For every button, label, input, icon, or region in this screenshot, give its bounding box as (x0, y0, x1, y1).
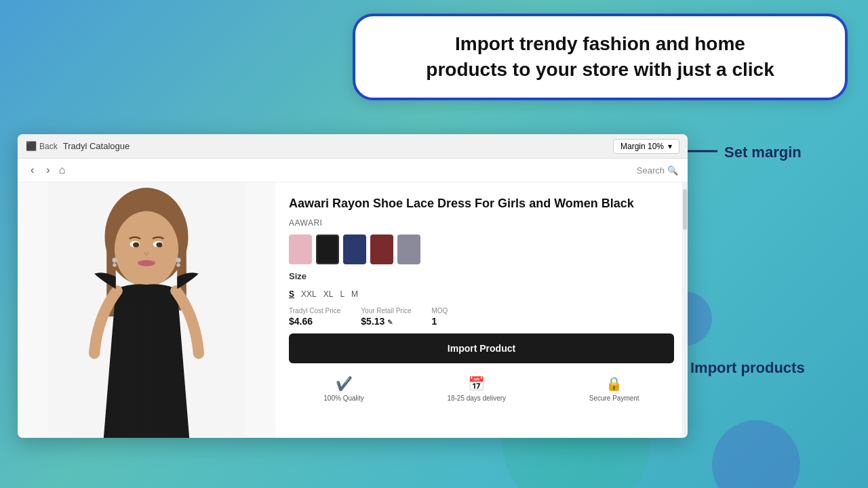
svg-point-15 (176, 258, 180, 262)
size-options: SXXLXLLM (289, 288, 674, 300)
scrollbar[interactable] (682, 182, 688, 438)
tradyl-cost-label: Tradyl Cost Price (289, 307, 340, 314)
back-button[interactable]: ⬛ Back (26, 141, 58, 151)
search-bar: Search 🔍 (71, 165, 678, 176)
svg-point-7 (115, 211, 178, 287)
set-margin-label: Set margin (724, 144, 802, 161)
back-icon: ⬛ (26, 141, 37, 151)
quality-badge: ✔️ 100% Quality (323, 375, 363, 402)
color-swatch-black[interactable] (316, 235, 339, 264)
payment-label: Secure Payment (589, 394, 639, 402)
search-icon[interactable]: 🔍 (667, 165, 678, 176)
product-title: Aawari Rayon Shoe Lace Dress For Girls a… (289, 196, 674, 211)
tradyl-cost-block: Tradyl Cost Price $4.66 (289, 307, 340, 327)
set-margin-annotation: Set margin (678, 144, 854, 161)
edit-price-icon[interactable]: ✎ (387, 319, 393, 326)
svg-point-12 (138, 260, 155, 266)
swatch-image-pink (289, 235, 312, 264)
product-image-section (18, 182, 275, 438)
speech-bubble-text: Import trendy fashion and home products … (380, 31, 821, 83)
swatch-image-grey (397, 235, 420, 264)
color-swatch-maroon[interactable] (370, 235, 393, 264)
svg-point-14 (113, 263, 116, 266)
home-button[interactable]: ⌂ (59, 164, 66, 176)
color-swatch-pink[interactable] (289, 235, 312, 264)
product-area: Aawari Rayon Shoe Lace Dress For Girls a… (18, 182, 688, 438)
quality-label: 100% Quality (323, 394, 363, 402)
tab-label: Tradyl Catalogue (63, 141, 613, 151)
moq-value: 1 (431, 316, 448, 327)
import-product-button[interactable]: Import Product (289, 333, 674, 363)
payment-badge: 🔒 Secure Payment (589, 375, 639, 402)
swatch-image-maroon (370, 235, 393, 264)
nav-back-button[interactable]: ‹ (27, 163, 37, 178)
retail-price-block: Your Retail Price $5.13 ✎ (361, 307, 411, 327)
speech-bubble: Import trendy fashion and home products … (353, 14, 848, 100)
size-option-xxl[interactable]: XXL (301, 288, 317, 300)
size-option-l[interactable]: L (340, 288, 344, 300)
import-products-label: Import products (690, 359, 805, 377)
margin-dropdown-icon: ▾ (668, 142, 672, 151)
search-placeholder: Search (637, 165, 665, 176)
color-swatch-navy[interactable] (343, 235, 366, 264)
svg-point-11 (156, 242, 162, 247)
inner-nav: ‹ › ⌂ Search 🔍 (18, 159, 688, 182)
delivery-badge: 📅 18-25 days delivery (447, 375, 506, 402)
browser-chrome: ⬛ Back Tradyl Catalogue Margin 10% ▾ (18, 134, 688, 159)
moq-label: MOQ (431, 307, 448, 314)
product-image (38, 182, 255, 438)
nav-forward-button[interactable]: › (43, 163, 53, 178)
swatch-image-black (317, 236, 338, 263)
svg-point-16 (176, 263, 180, 266)
back-label: Back (39, 142, 58, 151)
retail-price-value: $5.13 ✎ (361, 316, 411, 327)
delivery-icon: 📅 (468, 375, 485, 392)
delivery-label: 18-25 days delivery (447, 394, 506, 402)
pricing-row: Tradyl Cost Price $4.66 Your Retail Pric… (289, 307, 674, 327)
payment-icon: 🔒 (606, 375, 623, 392)
color-swatch-grey[interactable] (397, 235, 420, 264)
retail-price-label: Your Retail Price (361, 307, 411, 314)
svg-point-13 (112, 258, 117, 262)
moq-block: MOQ 1 (431, 307, 448, 327)
scrollbar-thumb (683, 189, 687, 230)
product-details: Aawari Rayon Shoe Lace Dress For Girls a… (275, 182, 688, 438)
size-heading: Size (289, 271, 674, 281)
size-option-m[interactable]: M (351, 288, 358, 300)
swatch-image-navy (343, 235, 366, 264)
svg-point-10 (133, 242, 139, 247)
decorative-circle-blue-bottom (712, 420, 800, 488)
color-swatches (289, 235, 674, 264)
trust-badges: ✔️ 100% Quality 📅 18-25 days delivery 🔒 … (289, 370, 674, 407)
quality-icon: ✔️ (336, 375, 353, 392)
browser-window: ⬛ Back Tradyl Catalogue Margin 10% ▾ ‹ ›… (18, 134, 688, 438)
tradyl-cost-value: $4.66 (289, 316, 340, 327)
size-option-xl[interactable]: XL (323, 288, 334, 300)
size-option-s[interactable]: S (289, 288, 294, 300)
margin-btn-label: Margin 10% (620, 142, 664, 151)
margin-button[interactable]: Margin 10% ▾ (613, 139, 679, 154)
product-brand: AAWARI (289, 218, 674, 228)
